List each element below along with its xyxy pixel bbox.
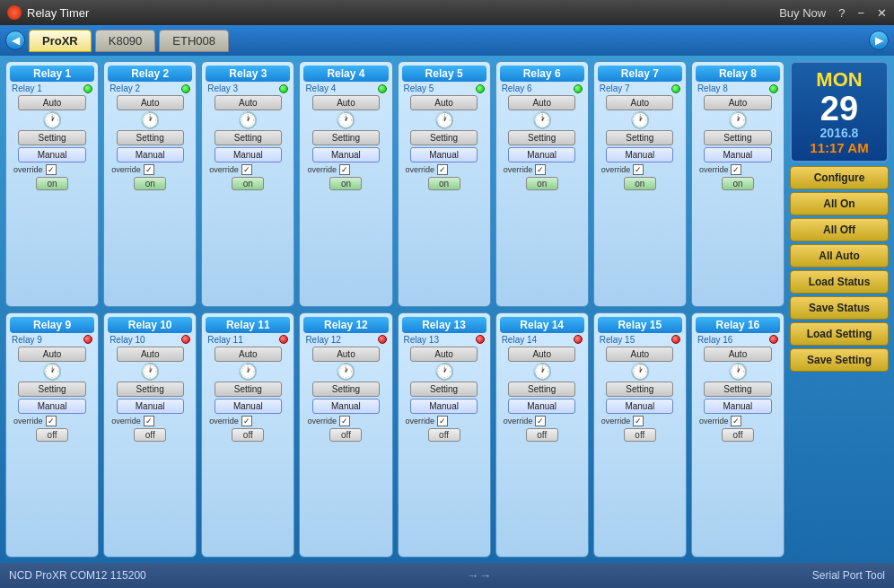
relay-auto-btn-3[interactable]: Auto	[215, 95, 282, 110]
relay-state-btn-11[interactable]: off	[232, 428, 264, 442]
relay-state-btn-5[interactable]: on	[428, 177, 460, 190]
relay-setting-btn-5[interactable]: Setting	[410, 130, 478, 145]
relay-state-btn-16[interactable]: off	[722, 428, 754, 442]
minimize-button[interactable]: −	[857, 6, 864, 20]
relay-override-check-5[interactable]: ✓	[437, 164, 448, 175]
close-button[interactable]: ✕	[877, 6, 887, 20]
relay-override-check-4[interactable]: ✓	[339, 164, 350, 175]
year-month: 2016.8	[795, 126, 883, 140]
relay-manual-btn-15[interactable]: Manual	[606, 399, 673, 414]
relay-override-check-13[interactable]: ✓	[437, 416, 448, 426]
relay-state-btn-1[interactable]: on	[36, 177, 68, 190]
relay-auto-btn-4[interactable]: Auto	[312, 95, 380, 110]
relay-override-check-1[interactable]: ✓	[46, 164, 57, 175]
allOn-button[interactable]: All On	[790, 192, 889, 215]
relay-setting-btn-11[interactable]: Setting	[215, 382, 282, 397]
configure-button[interactable]: Configure	[790, 166, 889, 189]
relay-auto-btn-9[interactable]: Auto	[18, 347, 85, 362]
help-button[interactable]: ?	[838, 6, 845, 20]
relay-state-btn-7[interactable]: on	[624, 177, 656, 190]
relay-manual-btn-9[interactable]: Manual	[18, 399, 85, 414]
relay-setting-btn-14[interactable]: Setting	[508, 382, 575, 397]
relay-manual-btn-6[interactable]: Manual	[508, 147, 575, 162]
relay-manual-btn-8[interactable]: Manual	[704, 147, 771, 162]
relay-auto-btn-2[interactable]: Auto	[117, 95, 184, 110]
tab-next-button[interactable]: ▶	[869, 31, 889, 50]
tab-proxr[interactable]: ProXR	[29, 30, 92, 52]
relay-setting-btn-2[interactable]: Setting	[117, 130, 184, 145]
loadSetting-button[interactable]: Load Setting	[790, 322, 889, 346]
tab-eth008[interactable]: ETH008	[159, 30, 229, 52]
relay-state-btn-13[interactable]: off	[428, 428, 460, 442]
tab-k8090[interactable]: K8090	[95, 30, 156, 52]
relay-setting-btn-9[interactable]: Setting	[18, 382, 85, 397]
relay-state-btn-12[interactable]: off	[329, 428, 362, 442]
relay-override-check-2[interactable]: ✓	[144, 164, 154, 175]
relay-state-btn-9[interactable]: off	[36, 428, 68, 442]
relay-setting-btn-8[interactable]: Setting	[704, 130, 771, 145]
relay-setting-btn-6[interactable]: Setting	[508, 130, 575, 145]
relay-state-btn-4[interactable]: on	[329, 177, 362, 190]
relay-setting-btn-4[interactable]: Setting	[312, 130, 380, 145]
relay-setting-btn-7[interactable]: Setting	[606, 130, 673, 145]
relay-setting-btn-13[interactable]: Setting	[410, 382, 478, 397]
relay-override-check-6[interactable]: ✓	[535, 164, 546, 175]
relay-auto-btn-8[interactable]: Auto	[704, 95, 771, 110]
relay-manual-btn-3[interactable]: Manual	[215, 147, 282, 162]
relay-setting-btn-10[interactable]: Setting	[117, 382, 184, 397]
relay-manual-btn-4[interactable]: Manual	[312, 147, 380, 162]
relay-setting-btn-3[interactable]: Setting	[215, 130, 282, 145]
relay-auto-btn-7[interactable]: Auto	[606, 95, 673, 110]
relay-auto-btn-10[interactable]: Auto	[117, 347, 184, 362]
relay-state-btn-6[interactable]: on	[526, 177, 558, 190]
relay-auto-btn-12[interactable]: Auto	[312, 347, 380, 362]
relay-state-btn-14[interactable]: off	[526, 428, 558, 442]
relay-auto-btn-1[interactable]: Auto	[18, 95, 85, 110]
saveSetting-button[interactable]: Save Setting	[790, 348, 889, 372]
relay-override-check-16[interactable]: ✓	[731, 416, 741, 426]
relay-manual-btn-5[interactable]: Manual	[410, 147, 478, 162]
relay-override-check-8[interactable]: ✓	[731, 164, 741, 175]
saveStatus-button[interactable]: Save Status	[790, 296, 889, 320]
loadStatus-button[interactable]: Load Status	[790, 270, 889, 294]
relay-manual-btn-10[interactable]: Manual	[117, 399, 184, 414]
relay-manual-btn-2[interactable]: Manual	[117, 147, 184, 162]
relay-override-check-12[interactable]: ✓	[339, 416, 350, 426]
relay-setting-btn-16[interactable]: Setting	[704, 382, 771, 397]
relay-manual-btn-13[interactable]: Manual	[410, 399, 478, 414]
relay-manual-btn-7[interactable]: Manual	[606, 147, 673, 162]
relay-auto-btn-11[interactable]: Auto	[215, 347, 282, 362]
relay-auto-btn-5[interactable]: Auto	[410, 95, 478, 110]
relay-auto-btn-14[interactable]: Auto	[508, 347, 575, 362]
relay-setting-btn-12[interactable]: Setting	[312, 382, 380, 397]
relay-clock-icon-5: 🕐	[434, 112, 454, 128]
relay-state-btn-2[interactable]: on	[134, 177, 166, 190]
relay-setting-btn-15[interactable]: Setting	[606, 382, 673, 397]
relay-override-check-3[interactable]: ✓	[241, 164, 252, 175]
relay-auto-btn-13[interactable]: Auto	[410, 347, 478, 362]
tab-prev-button[interactable]: ◀	[5, 31, 25, 50]
relay-manual-btn-14[interactable]: Manual	[508, 399, 575, 414]
relay-manual-btn-11[interactable]: Manual	[215, 399, 282, 414]
buy-now-link[interactable]: Buy Now	[779, 6, 826, 20]
allAuto-button[interactable]: All Auto	[790, 244, 889, 268]
relay-override-check-7[interactable]: ✓	[633, 164, 644, 175]
relay-auto-btn-15[interactable]: Auto	[606, 347, 673, 362]
relay-setting-btn-1[interactable]: Setting	[18, 130, 85, 145]
relay-manual-btn-12[interactable]: Manual	[312, 399, 380, 414]
relay-state-btn-15[interactable]: off	[624, 428, 656, 442]
allOff-button[interactable]: All Off	[790, 218, 889, 241]
relay-override-check-15[interactable]: ✓	[633, 416, 644, 426]
relay-override-check-9[interactable]: ✓	[46, 416, 57, 426]
relay-state-btn-3[interactable]: on	[232, 177, 264, 190]
relay-override-check-14[interactable]: ✓	[535, 416, 546, 426]
relay-state-btn-10[interactable]: off	[134, 428, 166, 442]
relay-subrow-2: Relay 2	[108, 83, 192, 93]
relay-manual-btn-16[interactable]: Manual	[704, 399, 771, 414]
relay-override-check-10[interactable]: ✓	[144, 416, 154, 426]
relay-override-check-11[interactable]: ✓	[241, 416, 252, 426]
relay-auto-btn-16[interactable]: Auto	[704, 347, 771, 362]
relay-manual-btn-1[interactable]: Manual	[18, 147, 85, 162]
relay-state-btn-8[interactable]: on	[722, 177, 754, 190]
relay-auto-btn-6[interactable]: Auto	[508, 95, 575, 110]
